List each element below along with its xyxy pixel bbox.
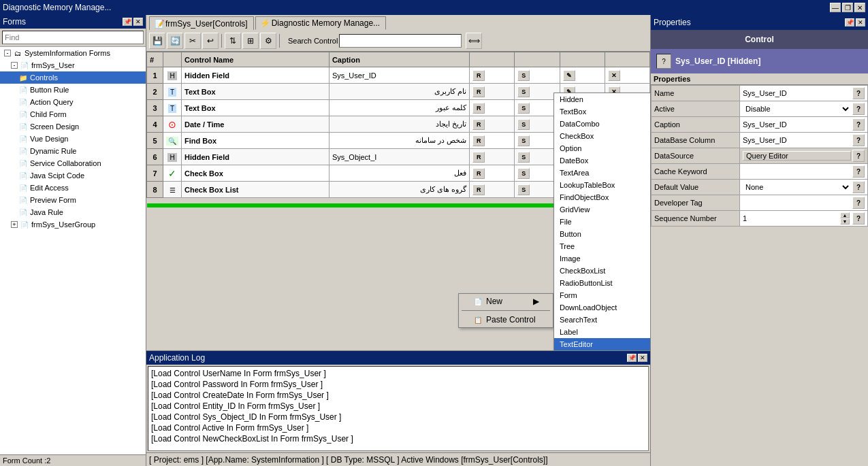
btn-s-8[interactable]: S: [517, 184, 530, 195]
prop-value-caption[interactable]: ?: [740, 117, 868, 133]
submenu-file[interactable]: File: [554, 216, 650, 228]
search-input[interactable]: [339, 34, 462, 48]
submenu-downloadobject[interactable]: DownLoadObject: [554, 301, 650, 314]
prop-input-cache[interactable]: [743, 167, 851, 176]
prop-help-active[interactable]: ?: [852, 103, 865, 115]
submenu-textbox[interactable]: TextBox: [554, 105, 650, 118]
prop-value-active[interactable]: Disable Enable ?: [740, 101, 868, 117]
undo-button[interactable]: ↩: [202, 33, 219, 49]
submenu-hidden[interactable]: Hidden: [554, 93, 650, 105]
prop-value-cache[interactable]: ?: [740, 164, 868, 180]
submenu-checkbox[interactable]: CheckBox: [554, 130, 650, 142]
star-button[interactable]: ⚙: [260, 33, 276, 49]
restore-button[interactable]: ❐: [842, 3, 853, 12]
prop-help-name[interactable]: ?: [852, 87, 865, 99]
prop-input-name[interactable]: [743, 89, 851, 97]
submenu-form[interactable]: Form: [554, 289, 650, 301]
refresh-button[interactable]: 🔄: [167, 33, 183, 49]
prop-value-devtag[interactable]: ?: [740, 195, 868, 211]
submenu-option[interactable]: Option: [554, 142, 650, 154]
tree-item-preview-form[interactable]: 📄 Preview Form: [0, 194, 146, 206]
submenu-datacombo[interactable]: DataCombo: [554, 118, 650, 130]
tree-item-frmsys-usergroup[interactable]: + 📄 frmSys_UserGroup: [0, 218, 146, 231]
submenu-lookuptablebox[interactable]: LookupTableBox: [554, 179, 650, 191]
prop-help-caption[interactable]: ?: [852, 118, 865, 131]
prop-value-datasource[interactable]: Query Editor ?: [740, 148, 868, 164]
scissors-button[interactable]: ✂: [184, 33, 201, 49]
save-button[interactable]: 💾: [149, 33, 165, 49]
prop-help-cache[interactable]: ?: [852, 165, 865, 178]
properties-close-button[interactable]: ✕: [856, 18, 865, 27]
prop-help-seqnum[interactable]: ?: [852, 212, 865, 224]
submenu-checkboxlist[interactable]: CheckBoxList: [554, 265, 650, 277]
tree-item-frmsys[interactable]: - 📄 frmSys_User: [0, 59, 146, 71]
submenu-findobjectbox[interactable]: FindObjectBox: [554, 191, 650, 203]
tree-item-screen-design[interactable]: 📄 Screen Design: [0, 120, 146, 133]
properties-pin-button[interactable]: 📌: [845, 18, 854, 27]
prop-value-name[interactable]: ?: [740, 86, 868, 101]
prop-input-caption[interactable]: [743, 120, 851, 129]
spinner-up[interactable]: ▲: [840, 212, 850, 218]
tree-item-java-rule[interactable]: 📄 Java Rule: [0, 206, 146, 218]
move-drag-button[interactable]: ⟺: [466, 33, 482, 49]
btn-s-2[interactable]: S: [517, 86, 530, 97]
table-row[interactable]: 1 H Hidden Field Sys_User_ID R S ✎ ✕: [147, 67, 650, 84]
submenu-textarea[interactable]: TextArea: [554, 167, 650, 179]
prop-input-devtag[interactable]: [743, 199, 851, 207]
tab-diagnostic[interactable]: ⚡ Diagnostic Memory Manage...: [255, 16, 386, 30]
prop-input-dbcol[interactable]: [743, 136, 851, 144]
move-button[interactable]: ⇅: [225, 33, 241, 49]
properties-help-icon[interactable]: ?: [656, 54, 671, 69]
prop-select-default[interactable]: None: [743, 182, 851, 192]
btn-r-8[interactable]: R: [472, 184, 485, 195]
prop-help-dbcol[interactable]: ?: [852, 134, 865, 146]
btn-del-1[interactable]: ✕: [608, 70, 620, 81]
prop-help-default[interactable]: ?: [852, 181, 865, 193]
btn-r-4[interactable]: R: [472, 119, 485, 130]
btn-s-3[interactable]: S: [517, 103, 530, 114]
minimize-button[interactable]: —: [830, 3, 841, 12]
submenu-label[interactable]: Label: [554, 326, 650, 338]
tree-item-root[interactable]: - 🗂 SystemInformation Forms: [0, 47, 146, 59]
log-pin-button[interactable]: 📌: [627, 354, 637, 362]
prop-input-seqnum[interactable]: [743, 214, 839, 222]
find-input[interactable]: [2, 31, 144, 44]
submenu-tree[interactable]: Tree: [554, 240, 650, 252]
submenu-radiobuttonlist[interactable]: RadioButtonList: [554, 277, 650, 289]
btn-edit-1[interactable]: ✎: [563, 70, 575, 81]
prop-datasource-button[interactable]: Query Editor: [743, 151, 851, 161]
submenu-datebox[interactable]: DateBox: [554, 154, 650, 167]
prop-value-seqnum[interactable]: ▲ ▼ ?: [740, 211, 868, 227]
tree-item-dynamic-rule[interactable]: 📄 Dynamic Rule: [0, 145, 146, 157]
btn-s-5[interactable]: S: [517, 135, 530, 146]
tree-item-controls[interactable]: 📁 Controls: [0, 71, 146, 84]
tree-item-vue-design[interactable]: 📄 Vue Design: [0, 133, 146, 145]
ctx-paste[interactable]: 📋 Paste Control: [459, 312, 553, 327]
tree-item-button-rule[interactable]: 📄 Button Rule: [0, 84, 146, 96]
btn-s-6[interactable]: S: [517, 152, 530, 163]
tree-item-service-collab[interactable]: 📄 Service Collaboration: [0, 157, 146, 169]
submenu-gridview[interactable]: GridView: [554, 203, 650, 216]
log-close-button[interactable]: ✕: [638, 354, 647, 362]
btn-s-1[interactable]: S: [517, 70, 530, 81]
btn-r-1[interactable]: R: [472, 70, 485, 81]
submenu-image[interactable]: Image: [554, 252, 650, 265]
btn-s-7[interactable]: S: [517, 168, 530, 179]
panel-pin-button[interactable]: 📌: [123, 18, 132, 26]
tree-item-action-query[interactable]: 📄 Action Query: [0, 96, 146, 108]
panel-close-button[interactable]: ✕: [133, 18, 143, 26]
expand-usergroup[interactable]: +: [11, 221, 18, 228]
expand-frmsys[interactable]: -: [11, 62, 18, 69]
btn-r-7[interactable]: R: [472, 168, 485, 179]
submenu-texteditor[interactable]: TextEditor: [554, 338, 650, 350]
btn-r-6[interactable]: R: [472, 152, 485, 163]
submenu-button[interactable]: Button: [554, 228, 650, 240]
prop-help-datasource[interactable]: ?: [852, 150, 865, 162]
ctx-new[interactable]: 📄 New ▶: [459, 294, 553, 309]
btn-r-5[interactable]: R: [472, 135, 485, 146]
prop-value-default[interactable]: None ?: [740, 180, 868, 195]
btn-r-3[interactable]: R: [472, 103, 485, 114]
prop-value-dbcol[interactable]: ?: [740, 133, 868, 148]
tree-item-java-script[interactable]: 📄 Java Scipt Code: [0, 169, 146, 182]
btn-r-2[interactable]: R: [472, 86, 485, 97]
